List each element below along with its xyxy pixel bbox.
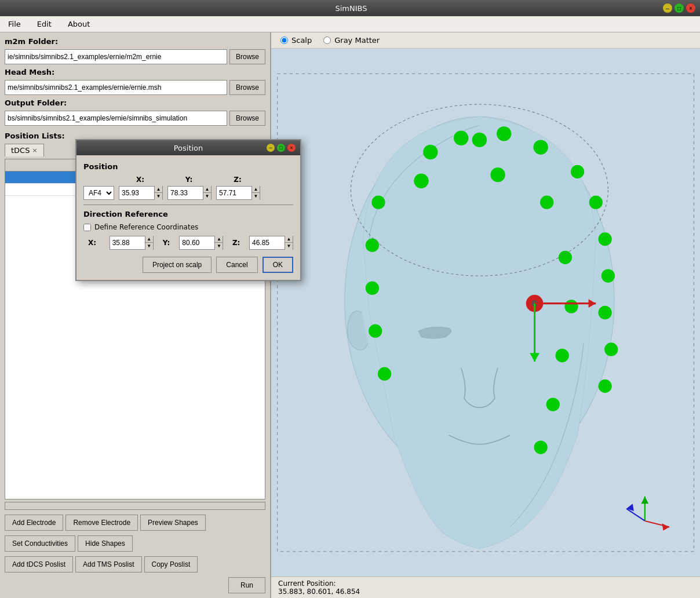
ref-x-down-arrow[interactable]: ▼ bbox=[145, 243, 153, 250]
ref-z-down-arrow[interactable]: ▼ bbox=[285, 243, 293, 250]
project-scalp-button[interactable]: Project on scalp bbox=[143, 257, 212, 273]
ref-y-header: Y: bbox=[158, 239, 175, 247]
direction-section-label: Direction Reference bbox=[83, 210, 293, 218]
dialog-controls: – □ × bbox=[267, 144, 296, 152]
z-up-arrow[interactable]: ▲ bbox=[251, 186, 260, 193]
position-coord-row: AF4 ▲ ▼ ▲ ▼ bbox=[83, 186, 293, 200]
position-section-label: Position bbox=[83, 162, 293, 171]
ref-z-spinbox: ▲ ▼ bbox=[249, 236, 293, 250]
divider-1 bbox=[83, 205, 293, 205]
dialog-overlay: Position – □ × Position X: Y: Z: AF4 bbox=[0, 0, 700, 598]
ref-z-input[interactable] bbox=[250, 236, 285, 249]
ref-y-up-arrow[interactable]: ▲ bbox=[214, 236, 223, 243]
y-arrows: ▲ ▼ bbox=[203, 186, 211, 200]
dialog-titlebar: Position – □ × bbox=[76, 140, 300, 155]
dialog-title: Position bbox=[110, 144, 267, 152]
dialog-minimize-button[interactable]: – bbox=[267, 144, 275, 152]
y-coord-header: Y: bbox=[167, 176, 211, 184]
ref-x-header: X: bbox=[88, 239, 105, 247]
x-input[interactable] bbox=[119, 187, 154, 199]
z-arrows: ▲ ▼ bbox=[251, 186, 260, 200]
z-coord-header: Z: bbox=[216, 176, 260, 184]
ref-x-up-arrow[interactable]: ▲ bbox=[145, 236, 153, 243]
dialog-footer: Project on scalp Cancel OK bbox=[83, 257, 293, 273]
dialog-maximize-button[interactable]: □ bbox=[277, 144, 285, 152]
dialog-close-button[interactable]: × bbox=[287, 144, 296, 152]
x-arrows: ▲ ▼ bbox=[154, 186, 162, 200]
ref-y-input[interactable] bbox=[180, 236, 214, 249]
ref-y-down-arrow[interactable]: ▼ bbox=[214, 243, 223, 250]
y-down-arrow[interactable]: ▼ bbox=[203, 193, 211, 200]
z-input[interactable] bbox=[217, 187, 251, 199]
ref-y-spinbox: ▲ ▼ bbox=[179, 236, 223, 250]
define-ref-label: Define Reference Coordinates bbox=[94, 223, 198, 231]
ok-button[interactable]: OK bbox=[262, 257, 293, 273]
position-name-select[interactable]: AF4 bbox=[83, 186, 114, 200]
dialog-content: Position X: Y: Z: AF4 ▲ ▼ bbox=[76, 155, 300, 280]
y-spinbox: ▲ ▼ bbox=[167, 186, 212, 200]
ref-z-header: Z: bbox=[228, 239, 245, 247]
y-up-arrow[interactable]: ▲ bbox=[203, 186, 211, 193]
y-input[interactable] bbox=[168, 187, 203, 199]
define-ref-checkbox[interactable] bbox=[83, 224, 91, 231]
ref-x-input[interactable] bbox=[110, 236, 145, 249]
z-spinbox: ▲ ▼ bbox=[216, 186, 260, 200]
define-ref-checkbox-row: Define Reference Coordinates bbox=[83, 223, 293, 231]
x-up-arrow[interactable]: ▲ bbox=[154, 186, 162, 193]
x-coord-header: X: bbox=[118, 176, 162, 184]
position-dialog: Position – □ × Position X: Y: Z: AF4 bbox=[75, 139, 301, 281]
ref-x-spinbox: ▲ ▼ bbox=[110, 236, 154, 250]
ref-x-arrows: ▲ ▼ bbox=[145, 236, 153, 250]
ref-y-arrows: ▲ ▼ bbox=[214, 236, 223, 250]
ref-z-up-arrow[interactable]: ▲ bbox=[285, 236, 293, 243]
x-spinbox: ▲ ▼ bbox=[119, 186, 163, 200]
cancel-button[interactable]: Cancel bbox=[216, 257, 257, 273]
z-down-arrow[interactable]: ▼ bbox=[251, 193, 260, 200]
ref-z-arrows: ▲ ▼ bbox=[285, 236, 293, 250]
x-down-arrow[interactable]: ▼ bbox=[154, 193, 162, 200]
